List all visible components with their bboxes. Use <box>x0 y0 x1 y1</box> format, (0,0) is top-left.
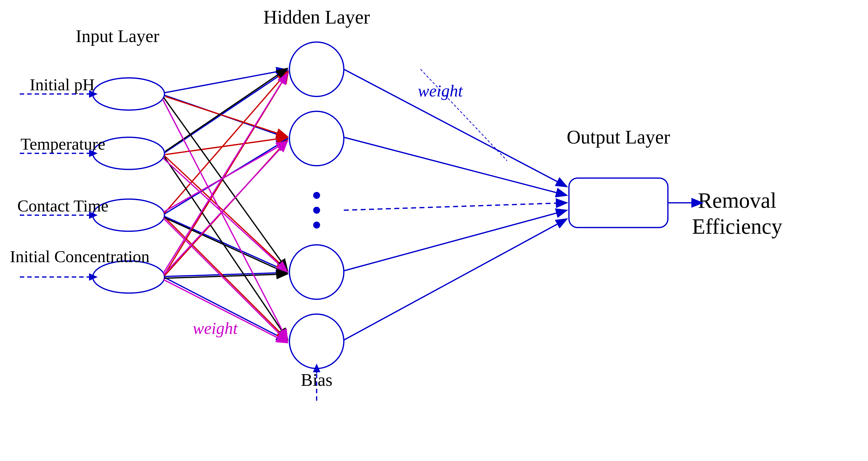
svg-rect-11 <box>569 178 668 227</box>
removal-efficiency-label2: Efficiency <box>692 214 782 238</box>
weight-label-bottom: weight <box>193 319 238 338</box>
output-layer-label: Output Layer <box>567 126 670 148</box>
svg-point-4 <box>289 42 344 96</box>
svg-point-7 <box>289 314 344 369</box>
svg-line-45 <box>164 218 287 274</box>
svg-point-8 <box>313 192 320 199</box>
input-label-conc: Initial Concentration <box>10 247 150 266</box>
input-label-ph: Initial pH <box>30 75 95 94</box>
svg-line-56 <box>344 137 567 195</box>
svg-point-5 <box>289 111 344 166</box>
neural-network-diagram: Input Layer Initial pH Temperature Conta… <box>0 0 868 461</box>
svg-line-58 <box>344 210 567 271</box>
svg-line-61 <box>421 69 507 161</box>
svg-point-10 <box>313 222 320 228</box>
svg-line-38 <box>164 71 288 213</box>
input-label-contact: Contact Time <box>17 196 108 215</box>
svg-line-59 <box>344 219 567 340</box>
removal-efficiency-label: Removal <box>698 188 776 212</box>
hidden-layer-label: Hidden Layer <box>264 6 370 28</box>
svg-line-57 <box>344 203 567 210</box>
svg-point-0 <box>93 78 164 110</box>
svg-point-6 <box>289 245 344 299</box>
svg-point-9 <box>313 207 320 214</box>
input-layer-label: Input Layer <box>76 26 159 46</box>
svg-line-52 <box>162 99 287 340</box>
weight-label-top: weight <box>418 81 463 100</box>
input-label-temp: Temperature <box>21 134 105 153</box>
